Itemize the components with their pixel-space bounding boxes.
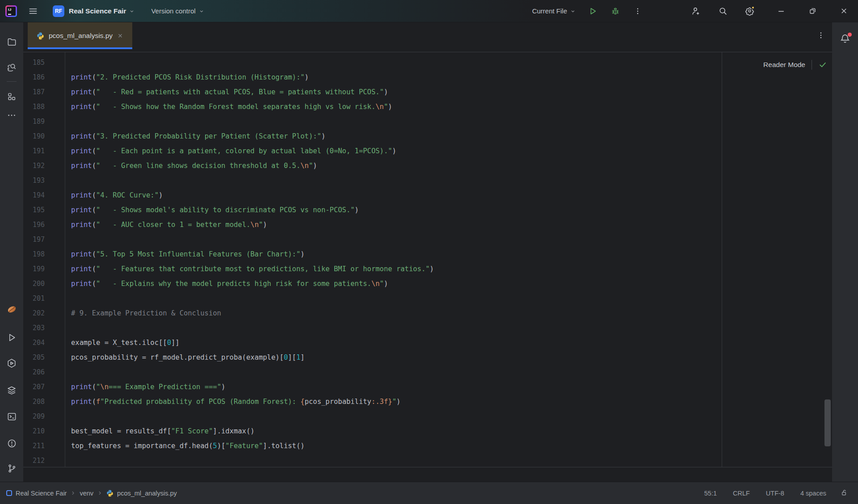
code-text[interactable]: print(" - Green line shows decision thre… — [65, 159, 317, 173]
settings-button[interactable] — [743, 5, 756, 17]
code-text[interactable]: best_model = results_df["F1 Score"].idxm… — [65, 424, 255, 439]
minimize-window-button[interactable] — [775, 5, 787, 17]
close-window-button[interactable] — [837, 5, 850, 17]
code-text[interactable] — [65, 55, 71, 70]
line-number[interactable]: 199 — [23, 262, 65, 277]
code-text[interactable] — [65, 173, 71, 188]
line-number[interactable]: 195 — [23, 203, 65, 218]
code-text[interactable]: print(" - Each point is a patient, color… — [65, 144, 396, 159]
line-number[interactable]: 212 — [23, 454, 65, 467]
code-text[interactable]: pcos_probability = rf_model.predict_prob… — [65, 350, 305, 365]
line-number[interactable]: 205 — [23, 350, 65, 365]
code-text[interactable] — [65, 365, 71, 380]
line-number[interactable]: 188 — [23, 100, 65, 114]
code-text[interactable]: print(" - Red = patients with actual PCO… — [65, 85, 388, 100]
code-text[interactable]: top_features = importance_df.head(5)["Fe… — [65, 439, 305, 454]
code-text[interactable] — [65, 114, 71, 129]
line-number[interactable]: 206 — [23, 365, 65, 380]
code-text[interactable]: print(" - Shows how the Random Forest mo… — [65, 100, 392, 114]
more-tool-windows-button[interactable] — [5, 110, 18, 122]
line-number[interactable]: 197 — [23, 232, 65, 247]
line-number[interactable]: 210 — [23, 424, 65, 439]
problems-tool-button[interactable] — [5, 438, 18, 450]
services-tool-button[interactable] — [5, 358, 18, 370]
terminal-tool-button[interactable] — [5, 411, 18, 424]
line-number[interactable]: 207 — [23, 380, 65, 395]
code-text[interactable] — [65, 321, 71, 336]
line-number[interactable]: 190 — [23, 129, 65, 144]
breadcrumb-project[interactable]: Real Science Fair — [16, 490, 67, 497]
main-menu-button[interactable] — [27, 5, 39, 17]
project-tool-button[interactable] — [5, 36, 18, 49]
line-number[interactable]: 194 — [23, 188, 65, 203]
version-control-tool-button[interactable] — [5, 463, 18, 475]
code-text[interactable]: print(" - Explains why the model predict… — [65, 277, 388, 291]
encoding-widget[interactable]: UTF-8 — [766, 490, 784, 497]
line-number[interactable]: 208 — [23, 395, 65, 409]
code-text[interactable] — [65, 232, 71, 247]
line-separator-widget[interactable]: CRLF — [733, 490, 750, 497]
code-line: 211top_features = importance_df.head(5)[… — [23, 439, 832, 454]
line-number[interactable]: 191 — [23, 144, 65, 159]
debug-button[interactable] — [609, 5, 622, 17]
breadcrumb-folder[interactable]: venv — [80, 490, 93, 497]
breadcrumb-file[interactable]: pcos_ml_analysis.py — [117, 490, 177, 497]
line-number[interactable]: 203 — [23, 321, 65, 336]
project-widget[interactable]: RF Real Science Fair — [53, 5, 135, 17]
code-text[interactable]: print(" - Features that contribute most … — [65, 262, 434, 277]
line-number[interactable]: 201 — [23, 291, 65, 306]
run-tool-button[interactable] — [5, 332, 18, 344]
code-text[interactable] — [65, 454, 71, 467]
run-configuration-label: Current File — [532, 7, 567, 15]
code-token: print — [71, 103, 92, 111]
run-button[interactable] — [587, 5, 599, 17]
code-text[interactable]: print("5. Top 5 Most Influential Feature… — [65, 247, 305, 262]
tab-options-button[interactable] — [817, 31, 825, 41]
code-text[interactable]: print(f"Predicted probability of PCOS (R… — [65, 395, 400, 409]
reader-mode-toggle[interactable] — [818, 60, 827, 69]
search-everywhere-button[interactable] — [716, 5, 729, 17]
code-text[interactable] — [65, 409, 71, 424]
file-writable-toggle[interactable] — [840, 488, 848, 498]
code-text[interactable] — [65, 291, 71, 306]
line-number[interactable]: 196 — [23, 218, 65, 232]
more-actions-button[interactable] — [631, 5, 644, 17]
line-number[interactable]: 202 — [23, 306, 65, 321]
line-number[interactable]: 189 — [23, 114, 65, 129]
line-number[interactable]: 192 — [23, 159, 65, 173]
caret-position-widget[interactable]: 55:1 — [704, 490, 717, 497]
vertical-scrollbar[interactable] — [824, 399, 831, 446]
plugin-tool-button[interactable] — [5, 304, 18, 316]
line-number[interactable]: 211 — [23, 439, 65, 454]
tab-pcos-ml-analysis[interactable]: pcos_ml_analysis.py — [28, 22, 132, 49]
code-token: " - Shows how the Random Forest model se… — [96, 103, 375, 111]
code-text[interactable]: print("2. Predicted PCOS Risk Distributi… — [65, 70, 309, 85]
find-tool-button[interactable] — [5, 62, 18, 75]
line-number[interactable]: 185 — [23, 55, 65, 70]
code-text[interactable]: print(" - Shows model's ability to discr… — [65, 203, 359, 218]
chevron-right-icon — [70, 490, 76, 496]
run-configuration-selector[interactable]: Current File — [532, 7, 576, 15]
code-text[interactable]: print("\n=== Example Prediction ===") — [65, 380, 225, 395]
code-text[interactable]: print("4. ROC Curve:") — [65, 188, 163, 203]
indent-widget[interactable]: 4 spaces — [800, 490, 826, 497]
structure-tool-button[interactable] — [5, 91, 18, 104]
tab-close-icon[interactable] — [117, 33, 123, 39]
vcs-widget[interactable]: Version control — [151, 7, 204, 15]
line-number[interactable]: 193 — [23, 173, 65, 188]
line-number[interactable]: 200 — [23, 277, 65, 291]
restore-window-button[interactable] — [806, 5, 819, 17]
line-number[interactable]: 209 — [23, 409, 65, 424]
code-text[interactable]: print(" - AUC closer to 1 = better model… — [65, 218, 267, 232]
notifications-button[interactable] — [839, 33, 852, 46]
line-number[interactable]: 186 — [23, 70, 65, 85]
code-with-me-button[interactable] — [690, 5, 702, 17]
code-text[interactable]: print("3. Predicted Probability per Pati… — [65, 129, 325, 144]
line-number[interactable]: 204 — [23, 336, 65, 350]
line-number[interactable]: 187 — [23, 85, 65, 100]
python-packages-tool-button[interactable] — [5, 385, 18, 398]
code-text[interactable]: example = X_test.iloc[[0]] — [65, 336, 180, 350]
line-number[interactable]: 198 — [23, 247, 65, 262]
code-text[interactable]: # 9. Example Prediction & Conclusion — [65, 306, 221, 321]
code-editor[interactable]: 185186print("2. Predicted PCOS Risk Dist… — [23, 52, 832, 467]
